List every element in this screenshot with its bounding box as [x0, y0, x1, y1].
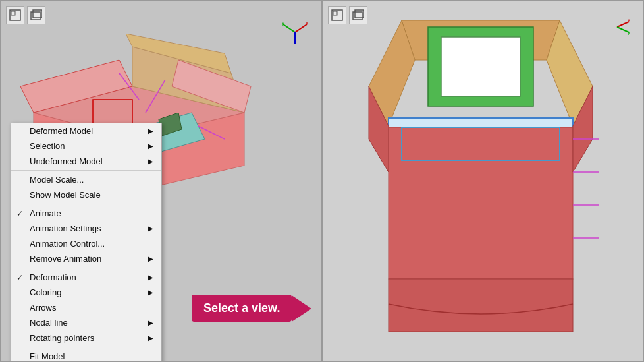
menu-item-remove-animation[interactable]: Remove Animation ▶: [11, 251, 161, 266]
svg-rect-26: [355, 10, 364, 18]
menu-item-undeformed-model[interactable]: Undeformed Model ▶: [11, 154, 161, 169]
context-menu: Deformed Model ▶ Selection ▶ Undeformed …: [11, 123, 162, 362]
right-btn1[interactable]: [328, 6, 346, 24]
arrow-icon: ▶: [148, 289, 153, 296]
right-toolbar: [328, 6, 367, 24]
arrow-icon: ▶: [148, 127, 153, 135]
svg-text:y: y: [628, 29, 630, 35]
left-axis-indicator: x y z: [282, 19, 308, 45]
separator3: [11, 268, 161, 268]
menu-item-deformation[interactable]: Deformation ▶: [11, 270, 161, 285]
window-icon: [30, 9, 42, 21]
menu-item-arrows[interactable]: Arrows: [11, 300, 161, 315]
svg-rect-25: [353, 12, 362, 20]
svg-rect-14: [11, 11, 15, 15]
right-3d-model: [362, 7, 599, 350]
callout-arrow: [292, 295, 311, 322]
left-btn1[interactable]: [6, 6, 24, 24]
svg-text:x: x: [306, 20, 308, 26]
arrow-icon: ▶: [148, 255, 153, 262]
svg-rect-44: [389, 279, 573, 332]
menu-item-coloring[interactable]: Coloring ▶: [11, 285, 161, 300]
menu-item-animate[interactable]: Animate: [11, 206, 161, 221]
menu-item-deformed-model[interactable]: Deformed Model ▶: [11, 123, 161, 138]
right-axis-indicator: x y: [604, 14, 630, 40]
left-viewport: x y z Deformed Model ▶ Selection ▶ Undef…: [0, 0, 322, 362]
svg-text:z: z: [294, 40, 296, 45]
svg-rect-35: [441, 37, 520, 96]
window-icon: [352, 9, 364, 21]
svg-rect-15: [31, 12, 40, 20]
maximize-icon: [9, 9, 21, 21]
svg-rect-37: [389, 127, 573, 279]
maximize-icon: [331, 9, 343, 21]
svg-text:x: x: [628, 17, 630, 23]
arrow-icon: ▶: [148, 142, 153, 150]
menu-item-animation-control[interactable]: Animation Control...: [11, 236, 161, 251]
menu-item-model-scale[interactable]: Model Scale...: [11, 172, 161, 187]
svg-rect-36: [389, 118, 573, 127]
arrow-icon: ▶: [148, 334, 153, 342]
svg-text:y: y: [282, 20, 284, 26]
menu-item-fit-model[interactable]: Fit Model: [11, 349, 161, 362]
arrow-icon: ▶: [148, 225, 153, 232]
left-toolbar: [6, 6, 45, 24]
right-btn2[interactable]: [349, 6, 367, 24]
arrow-icon: ▶: [148, 274, 153, 281]
menu-item-nodal-line[interactable]: Nodal line ▶: [11, 315, 161, 330]
menu-item-rotating-pointers[interactable]: Rotating pointers ▶: [11, 330, 161, 346]
callout-text: Select a view.: [192, 295, 292, 322]
separator4: [11, 347, 161, 347]
svg-line-18: [283, 24, 295, 32]
callout: Select a view.: [192, 295, 311, 322]
separator2: [11, 204, 161, 204]
menu-item-animation-settings[interactable]: Animation Settings ▶: [11, 221, 161, 236]
right-viewport: x y: [322, 0, 644, 362]
separator1: [11, 170, 161, 171]
menu-item-show-model-scale[interactable]: Show Model Scale: [11, 187, 161, 202]
arrow-icon: ▶: [148, 319, 153, 326]
svg-rect-24: [333, 11, 337, 15]
menu-item-selection[interactable]: Selection ▶: [11, 138, 161, 154]
svg-rect-16: [33, 10, 42, 18]
arrow-icon: ▶: [148, 158, 153, 165]
left-btn2[interactable]: [27, 6, 45, 24]
